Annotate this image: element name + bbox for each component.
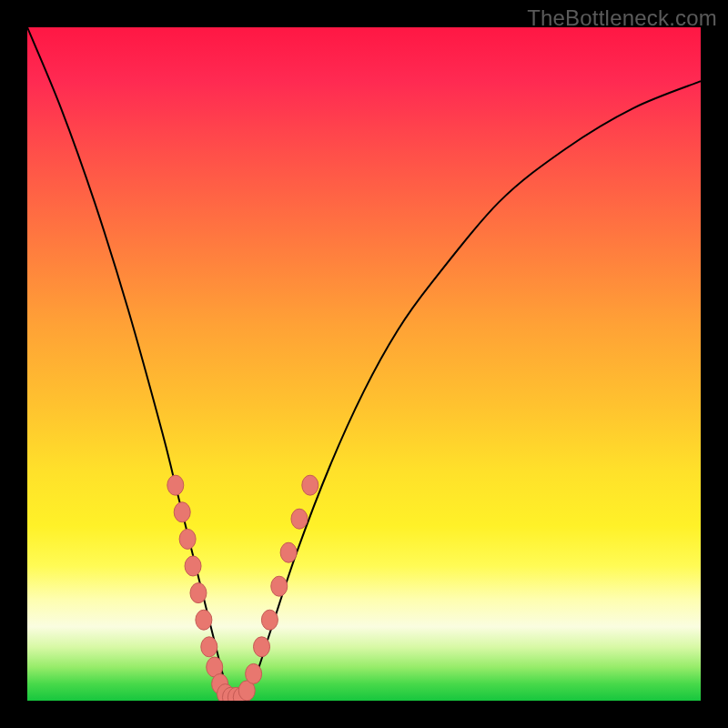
- marker-bead: [185, 556, 201, 576]
- plot-area: [27, 27, 701, 701]
- marker-bead: [190, 583, 207, 603]
- marker-bead: [271, 576, 288, 596]
- marker-bead: [254, 637, 270, 657]
- curve-layer: [27, 27, 701, 701]
- marker-group: [167, 475, 318, 701]
- marker-bead: [196, 610, 212, 630]
- marker-bead: [261, 610, 278, 630]
- marker-bead: [179, 529, 196, 549]
- marker-bead: [302, 475, 318, 495]
- bottleneck-curve: [27, 27, 701, 697]
- marker-bead: [246, 663, 262, 683]
- watermark-text: TheBottleneck.com: [527, 5, 717, 31]
- chart-frame: TheBottleneck.com: [0, 0, 728, 728]
- marker-bead: [167, 475, 184, 495]
- marker-bead: [291, 509, 308, 529]
- marker-bead: [280, 542, 297, 562]
- marker-bead: [174, 502, 190, 522]
- marker-bead: [201, 637, 217, 657]
